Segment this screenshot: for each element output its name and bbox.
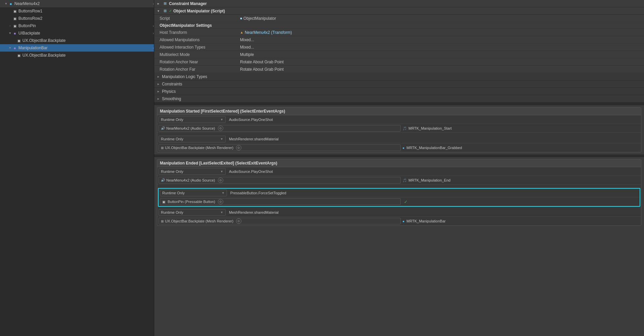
manip-ended-target3: ⊞ UX.ObjectBar.Backplate (Mesh Renderer)… [159,218,401,224]
expand-arrow-buttonPin: › [153,24,154,28]
manip-ended-function3: MeshRenderer.sharedMaterial [227,210,640,214]
object-manipulator-header[interactable]: ▼ ⊞ ✓ Object Manipulator (Script) [154,7,644,15]
multiselect-mode-value: Multiple [240,52,641,57]
constraint-manager-header[interactable]: ► ⊞ Constraint Manager [154,0,644,7]
tree-item-buttonsRow1[interactable]: ▣ ButtonsRow1 [0,7,154,15]
manip-ended-target1: 🔊 NearMenu4x2 (Audio Source) ⊙ [159,177,401,184]
manip-started-dropdown1-arrow: ▼ [220,118,223,121]
cube-icon-nearMenu4x2: ■ [8,1,13,6]
script-icon: ■ [240,16,242,20]
label-uxBackplate2: UX.ObjectBar.Backplate [22,53,66,58]
ended-target1-circle-btn[interactable]: ⊙ [218,178,223,183]
manip-started-dropdown2-label: Runtime Only [161,137,183,141]
manip-ended-value3: ● MRTK_ManipulationBar [401,219,640,223]
host-transform-row: Host Transform ▲ NearMenu4x2 (Transform) [154,29,644,36]
ended-target2-circle-btn[interactable]: ⊙ [218,199,223,204]
target2-circle-btn[interactable]: ⊙ [236,145,241,150]
manip-ended-function2: PressableButton.ForceSetToggled [228,191,638,195]
tree-item-uxBackplate2[interactable]: ▣ UX.ObjectBar.Backplate [0,52,154,59]
manip-started-dropdown1[interactable]: Runtime Only ▼ [159,116,226,123]
arrow-uiBackplate: ▼ [8,31,12,35]
script-icon-buttonsRow2: ▣ [12,16,17,21]
object-manipulator-check[interactable]: ✓ [169,9,172,13]
tree-item-nearMenu4x2[interactable]: ▼ ■ NearMenu4x2 › [0,0,154,7]
mesh-icon-2: ⊞ [161,219,164,223]
manip-logic-types-header[interactable]: ► Manipulation Logic Types [154,73,644,80]
host-transform-label: Host Transform [160,30,240,35]
manip-started-value2: ● MRTK_ManipulationBar_Grabbed [401,146,640,150]
script-row: Script ■ ObjectManipulator [154,15,644,22]
constraints-arrow: ► [157,82,160,86]
allowed-manipulations-label: Allowed Manipulations [160,38,240,42]
manip-started-value1: 🎵 MRTK_Manipulation_Start [401,126,640,130]
object-manipulator-arrow: ▼ [157,9,160,13]
tree-item-manipulationBar[interactable]: ▼ ■ ManipulationBar › [0,44,154,52]
manip-started-row1b: 🔊 NearMenu4x2 (Audio Source) ⊙ 🎵 MRTK_Ma… [157,124,641,133]
manip-started-header: Manipulation Started [FirstSelectEntered… [157,108,641,115]
cube-icon-uiBackplate: ■ [12,30,17,36]
label-nearMenu4x2: NearMenu4x2 [14,1,40,6]
constraint-manager-arrow: ► [157,2,160,5]
inspector-panel: ► ⊞ Constraint Manager ▼ ⊞ ✓ Object Mani… [154,0,644,336]
host-transform-value: ▲ NearMenu4x2 (Transform) [240,30,641,35]
manip-ended-dropdown2[interactable]: Runtime Only ▼ [160,190,227,196]
constraint-manager-title: Constraint Manager [169,1,207,6]
music-icon-1: 🎵 [403,127,407,130]
manip-ended-dropdown1[interactable]: Runtime Only ▼ [159,168,226,175]
manip-ended-target2: ▣ ButtonPin (Pressable Button) ⊙ [160,198,401,205]
manip-started-dropdown1-label: Runtime Only [161,118,183,122]
grid-icon-manipulator: ⊞ [162,8,168,14]
manip-ended-dropdown1-label: Runtime Only [161,170,183,174]
manip-started-row2: Runtime Only ▼ MeshRenderer.sharedMateri… [157,135,641,143]
rotation-anchor-near-value: Rotate About Grab Point [240,60,641,64]
arrow-buttonPin: › [8,24,12,27]
constraints-header[interactable]: ► Constraints [154,80,644,88]
physics-arrow: ► [157,90,160,93]
script-icon-uxBackplate2: ▣ [16,53,21,58]
spacer-2 [154,154,644,157]
physics-header[interactable]: ► Physics [154,88,644,95]
expand-arrow-nearMenu4x2: › [153,2,154,6]
label-buttonPin: ButtonPin [18,23,36,28]
multiselect-mode-label: Multiselect Mode [160,52,240,57]
manip-started-event-block: Manipulation Started [FirstSelectEntered… [157,107,641,152]
manip-ended-dropdown3[interactable]: Runtime Only ▼ [159,209,226,216]
checkmark-value: ✓ [403,199,408,204]
manip-started-row1: Runtime Only ▼ AudioSource.PlayOneShot [157,115,641,124]
script-value: ■ ObjectManipulator [240,16,641,21]
allowed-interaction-types-label: Allowed Interaction Types [160,45,240,50]
cube-icon-manipulationBar: ■ [12,45,17,51]
manip-started-function2: MeshRenderer.sharedMaterial [227,137,640,141]
manip-started-dropdown2[interactable]: Runtime Only ▼ [159,136,226,142]
blue-dot-2: ● [403,219,405,223]
ended-target3-circle-btn[interactable]: ⊙ [236,218,241,224]
multiselect-mode-row: Multiselect Mode Multiple [154,51,644,58]
allowed-manipulations-value: Mixed... [240,38,641,42]
manip-ended-value2: ✓ [401,199,639,204]
smoothing-arrow: ► [157,97,160,100]
arrow-nearMenu4x2: ▼ [4,2,8,5]
script-icon-buttonPin: ▣ [12,23,17,28]
manip-ended-row1b: 🔊 NearMenu4x2 (Audio Source) ⊙ 🎵 MRTK_Ma… [157,176,641,185]
tree-item-uiBackplate[interactable]: ▼ ■ UIBackplate › [0,29,154,37]
label-buttonsRow2: ButtonsRow2 [18,16,42,21]
audio-icon-2: 🔊 [161,178,165,182]
manip-ended-value1: 🎵 MRTK_Manipulation_End [401,178,640,182]
smoothing-header[interactable]: ► Smoothing [154,95,644,103]
manip-ended-row3b: ⊞ UX.ObjectBar.Backplate (Mesh Renderer)… [157,217,641,225]
expand-arrow-uiBackplate: › [153,31,154,35]
tree-item-uxBackplate1[interactable]: ▣ UX.ObjectBar.Backplate [0,37,154,44]
target1-circle-btn[interactable]: ⊙ [218,126,223,131]
physics-label: Physics [162,89,176,94]
constraints-label: Constraints [162,82,182,86]
script-icon-2: ▣ [162,200,165,204]
manip-ended-dropdown1-arrow: ▼ [220,170,223,173]
tree-item-buttonsRow2[interactable]: ▣ ButtonsRow2 [0,15,154,22]
rotation-anchor-far-row: Rotation Anchor Far Rotate About Grab Po… [154,66,644,73]
tree-item-buttonPin[interactable]: › ▣ ButtonPin › [0,22,154,29]
label-uxBackplate1: UX.ObjectBar.Backplate [22,38,66,43]
rotation-anchor-far-label: Rotation Anchor Far [160,67,240,72]
mesh-icon-1: ⊞ [161,146,164,150]
manip-started-target1: 🔊 NearMenu4x2 (Audio Source) ⊙ [159,125,401,132]
manip-ended-row2b: ▣ ButtonPin (Pressable Button) ⊙ ✓ [159,197,640,206]
